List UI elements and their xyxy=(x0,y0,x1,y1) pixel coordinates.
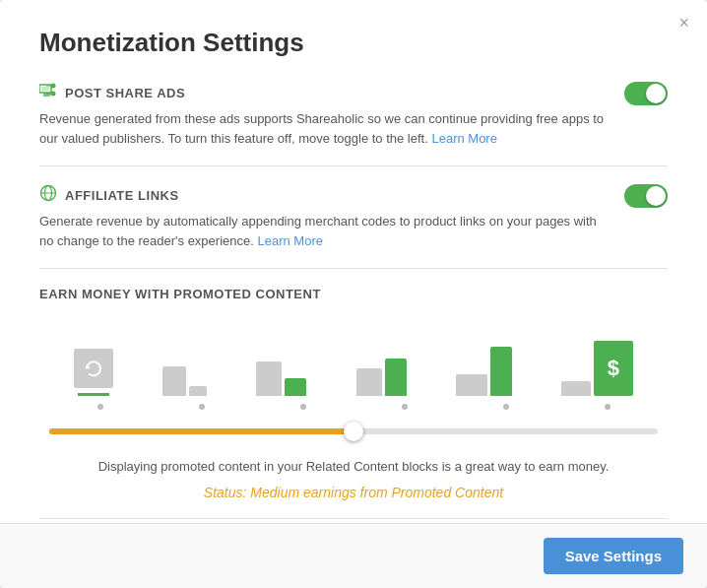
modal-body: × Monetization Settings xyxy=(0,0,707,523)
chart-group-6: $ xyxy=(561,341,633,396)
chart-bar xyxy=(561,381,591,396)
affiliate-links-learn-more[interactable]: Learn More xyxy=(257,233,322,248)
chart-group-2 xyxy=(162,366,207,396)
affiliate-links-left: AFFILIATE LINKS Generate revenue by auto… xyxy=(39,184,605,250)
promoted-content-slider-container xyxy=(39,416,668,443)
save-settings-button[interactable]: Save Settings xyxy=(544,538,683,574)
divider-1 xyxy=(39,165,668,166)
promoted-content-chart: $ xyxy=(39,317,668,396)
svg-rect-1 xyxy=(41,87,49,91)
affiliate-links-row: AFFILIATE LINKS Generate revenue by auto… xyxy=(39,184,668,250)
post-share-ads-title-row: POST SHARE ADS xyxy=(39,82,605,103)
share-ads-icon xyxy=(39,82,57,103)
chart-underline xyxy=(78,393,109,396)
svg-point-4 xyxy=(51,84,56,89)
affiliate-links-desc: Generate revenue by automatically append… xyxy=(39,212,605,250)
chart-group-4 xyxy=(356,359,407,396)
chart-bar xyxy=(356,368,382,396)
close-button[interactable]: × xyxy=(678,14,689,32)
chart-dot xyxy=(605,404,611,410)
chart-bar xyxy=(456,374,487,396)
promoted-content-status: Status: Medium earnings from Promoted Co… xyxy=(39,485,668,500)
chart-bar-refresh xyxy=(74,349,113,388)
divider-3 xyxy=(39,518,668,519)
affiliate-links-title: AFFILIATE LINKS xyxy=(65,188,179,203)
post-share-ads-row: POST SHARE ADS Revenue generated from th… xyxy=(39,82,668,148)
chart-bar xyxy=(162,366,186,396)
chart-dot xyxy=(199,404,205,410)
chart-group-3 xyxy=(256,361,306,396)
modal-footer: Save Settings xyxy=(0,523,707,588)
chart-dot xyxy=(97,404,103,410)
promoted-content-section: EARN MONEY WITH PROMOTED CONTENT xyxy=(39,287,668,500)
chart-bar-green xyxy=(490,347,512,396)
post-share-ads-title: POST SHARE ADS xyxy=(65,86,185,100)
chart-dots xyxy=(39,404,668,410)
chart-bar-green xyxy=(385,359,407,396)
post-share-ads-toggle[interactable] xyxy=(624,82,668,105)
chart-group-5 xyxy=(456,347,512,396)
monetization-settings-modal: × Monetization Settings xyxy=(0,0,707,588)
affiliate-links-toggle[interactable] xyxy=(624,184,668,208)
promoted-content-title: EARN MONEY WITH PROMOTED CONTENT xyxy=(39,287,668,301)
promoted-content-desc: Displaying promoted content in your Rela… xyxy=(39,457,668,477)
affiliate-links-icon xyxy=(39,184,57,206)
dollar-sign: $ xyxy=(608,356,619,381)
chart-dot xyxy=(402,404,408,410)
chart-group-1 xyxy=(74,349,113,396)
post-share-ads-left: POST SHARE ADS Revenue generated from th… xyxy=(39,82,605,148)
chart-dot xyxy=(503,404,509,410)
chart-bar-dollar: $ xyxy=(594,341,633,396)
svg-point-5 xyxy=(51,92,56,97)
affiliate-links-title-row: AFFILIATE LINKS xyxy=(39,184,605,206)
chart-bar xyxy=(189,386,207,396)
modal-title: Monetization Settings xyxy=(39,28,668,58)
post-share-ads-learn-more[interactable]: Learn More xyxy=(431,131,496,146)
chart-bar-green xyxy=(285,378,306,396)
divider-2 xyxy=(39,268,668,269)
chart-dot xyxy=(300,404,306,410)
chart-bar xyxy=(256,361,282,396)
post-share-ads-desc: Revenue generated from these ads support… xyxy=(39,109,605,148)
